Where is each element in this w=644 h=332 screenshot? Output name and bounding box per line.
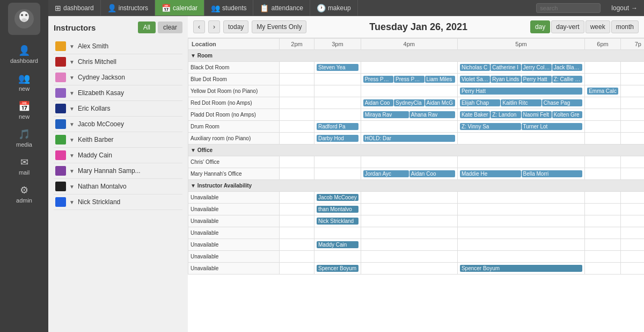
all-button[interactable]: All xyxy=(138,21,156,33)
time-cell[interactable] xyxy=(620,156,644,168)
time-cell[interactable] xyxy=(361,239,457,251)
instructor-item[interactable]: ▼ Jacob McCooey xyxy=(54,117,182,132)
event-block[interactable]: Catherine I xyxy=(491,64,521,71)
time-cell[interactable]: Spencer Boyum xyxy=(314,263,361,275)
time-cell[interactable] xyxy=(585,227,621,239)
time-cell[interactable] xyxy=(280,215,314,227)
time-cell[interactable] xyxy=(620,133,644,145)
time-cell[interactable]: Perry Hatt xyxy=(457,85,584,97)
time-cell[interactable] xyxy=(361,204,457,215)
time-cell[interactable] xyxy=(585,239,621,251)
time-cell[interactable] xyxy=(620,168,644,180)
time-cell[interactable] xyxy=(314,85,361,97)
time-cell[interactable] xyxy=(280,192,314,204)
time-cell[interactable] xyxy=(361,62,457,74)
next-button[interactable]: › xyxy=(208,20,220,33)
time-cell[interactable] xyxy=(280,204,314,215)
view-day-button[interactable]: day xyxy=(530,20,550,33)
event-block[interactable]: Elijah Chap xyxy=(460,99,500,106)
instructor-item[interactable]: ▼ Chris Mitchell xyxy=(54,54,182,70)
time-cell[interactable] xyxy=(620,97,644,109)
time-cell[interactable]: Jordan AycAidan Coo xyxy=(361,168,457,180)
event-block[interactable]: Steven Yea xyxy=(317,64,358,71)
instructor-item[interactable]: ▼ Alex Smith xyxy=(54,39,182,54)
event-block[interactable]: Kate Baker xyxy=(460,111,490,118)
time-cell[interactable]: Jacob McCooey xyxy=(314,192,361,204)
event-block[interactable]: Naomi Felt xyxy=(522,111,552,118)
time-cell[interactable] xyxy=(361,227,457,239)
time-cell[interactable] xyxy=(280,62,314,74)
time-cell[interactable] xyxy=(620,85,644,97)
event-block[interactable]: Miraya Rav xyxy=(363,111,409,118)
today-button[interactable]: today xyxy=(223,20,248,33)
event-block[interactable]: Press Pope xyxy=(363,76,393,83)
time-cell[interactable] xyxy=(457,192,584,204)
time-cell[interactable] xyxy=(585,109,621,121)
nav-calendar[interactable]: 📅 calendar xyxy=(155,0,204,16)
time-cell[interactable]: Press PopePress PopeLiam Miles xyxy=(361,74,457,85)
time-cell[interactable] xyxy=(280,251,314,263)
time-cell[interactable] xyxy=(457,215,584,227)
view-week-button[interactable]: week xyxy=(586,20,610,33)
instructor-item[interactable]: ▼ Eric Kollars xyxy=(54,101,182,117)
event-block[interactable]: Press Pope xyxy=(394,76,424,83)
time-cell[interactable]: Radford Pa xyxy=(314,121,361,133)
time-cell[interactable] xyxy=(620,74,644,85)
time-cell[interactable] xyxy=(585,62,621,74)
logout-button[interactable]: logout → xyxy=(605,4,644,12)
time-cell[interactable] xyxy=(585,204,621,215)
time-cell[interactable] xyxy=(314,168,361,180)
sidebar-new-3[interactable]: 📅 new xyxy=(0,96,48,124)
time-cell[interactable]: Violet SappRyan LindsPerry HattZ: Callie… xyxy=(457,74,584,85)
time-cell[interactable] xyxy=(585,133,621,145)
sidebar-new-2[interactable]: 👥 new xyxy=(0,68,48,96)
event-block[interactable]: Jerry Colso xyxy=(522,64,552,71)
sidebar-admin[interactable]: ⚙ admin xyxy=(0,180,48,208)
time-cell[interactable] xyxy=(585,121,621,133)
time-cell[interactable] xyxy=(585,263,621,275)
event-block[interactable]: HOLD: Dar xyxy=(363,135,455,142)
event-block[interactable]: Kolten Gre xyxy=(552,111,582,118)
time-cell[interactable]: than Montalvo xyxy=(314,204,361,215)
event-block[interactable]: Perry Hatt xyxy=(522,76,552,83)
time-cell[interactable] xyxy=(620,204,644,215)
time-cell[interactable] xyxy=(457,239,584,251)
event-block[interactable]: Jack Blackn xyxy=(552,64,582,71)
time-cell[interactable] xyxy=(280,263,314,275)
instructor-item[interactable]: ▼ Nick Strickland xyxy=(54,194,182,210)
event-block[interactable]: Maddie He xyxy=(460,170,521,177)
event-block[interactable]: Turner Lot xyxy=(522,123,583,130)
time-cell[interactable]: Aidan CooSydneyClaAidan McG xyxy=(361,97,457,109)
view-month-button[interactable]: month xyxy=(611,20,639,33)
time-cell[interactable] xyxy=(620,227,644,239)
time-cell[interactable]: Maddy Cain xyxy=(314,239,361,251)
event-block[interactable]: Kaitlin Ritc xyxy=(501,99,541,106)
time-cell[interactable] xyxy=(314,251,361,263)
time-cell[interactable] xyxy=(314,156,361,168)
time-cell[interactable]: Steven Yea xyxy=(314,62,361,74)
nav-attendance[interactable]: 📋 attendance xyxy=(253,0,310,16)
time-cell[interactable] xyxy=(620,109,644,121)
time-cell[interactable] xyxy=(585,97,621,109)
time-cell[interactable]: Z: Vinny SaTurner Lot xyxy=(457,121,584,133)
sidebar-media[interactable]: 🎵 media xyxy=(0,124,48,152)
time-cell[interactable]: Darby Hod xyxy=(314,133,361,145)
nav-makeup[interactable]: 🕐 makeup xyxy=(310,0,358,16)
time-cell[interactable] xyxy=(280,133,314,145)
event-block[interactable]: Spencer Boyum xyxy=(460,265,582,272)
time-cell[interactable]: Maddie HeBella Morri xyxy=(457,168,584,180)
time-cell[interactable] xyxy=(620,263,644,275)
time-cell[interactable] xyxy=(280,74,314,85)
time-cell[interactable] xyxy=(457,156,584,168)
time-cell[interactable] xyxy=(280,227,314,239)
time-cell[interactable]: HOLD: Dar xyxy=(361,133,457,145)
event-block[interactable]: Aidan Coo xyxy=(363,99,393,106)
time-cell[interactable] xyxy=(620,121,644,133)
time-cell[interactable] xyxy=(620,62,644,74)
time-cell[interactable] xyxy=(280,156,314,168)
event-block[interactable]: Aidan McG xyxy=(425,99,455,106)
time-cell[interactable] xyxy=(361,85,457,97)
time-cell[interactable]: Nicholas CCatherine IJerry ColsoJack Bla… xyxy=(457,62,584,74)
time-cell[interactable] xyxy=(457,204,584,215)
event-block[interactable]: Jacob McCooey xyxy=(317,194,358,201)
